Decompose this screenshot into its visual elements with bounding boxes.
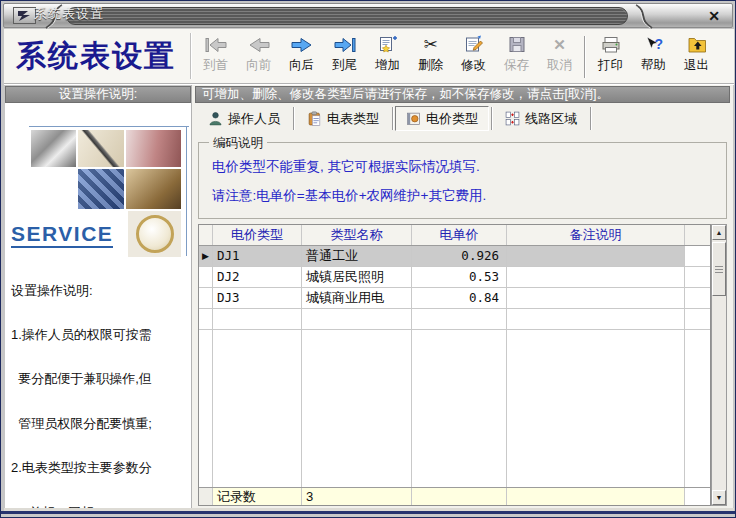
row-indicator-empty (199, 267, 213, 288)
edit-pencil-icon (464, 33, 484, 56)
cell-type-name[interactable]: 普通工业 (302, 246, 412, 267)
tab-price-types[interactable]: 电价类型 (395, 106, 489, 131)
instruction-line: 2.电表类型按主要参数分 (11, 461, 165, 476)
cell-note[interactable] (507, 267, 685, 288)
cell-note[interactable] (507, 246, 685, 267)
instruction-line: 设置操作说明: (11, 284, 165, 299)
table-row-empty[interactable] (199, 309, 710, 330)
header-row: 系统表设置 到首 向前 向后 到尾 (4, 29, 734, 83)
nav-first-button[interactable]: 到首 (194, 33, 237, 81)
cell-unit-price[interactable]: 0.926 (412, 246, 507, 267)
print-icon (600, 33, 622, 56)
table-row[interactable]: ▶ DJ1 普通工业 0.926 (199, 246, 710, 267)
decor-line-vertical (186, 126, 187, 256)
delete-button[interactable]: ✂ 删除 (409, 33, 452, 81)
cell-unit-price[interactable]: 0.53 (412, 267, 507, 288)
save-button[interactable]: 保存 (495, 33, 538, 81)
toolbar-button-label: 打印 (598, 57, 623, 74)
toolbar-button-label: 保存 (504, 57, 529, 74)
column-header[interactable]: 备注说明 (507, 225, 685, 245)
table-row[interactable]: DJ2 城镇居民照明 0.53 (199, 267, 710, 288)
cancel-button[interactable]: ✕ 取消 (538, 33, 581, 81)
print-button[interactable]: 打印 (589, 33, 632, 81)
table-empty-area (199, 330, 710, 487)
add-button[interactable]: 增加 (366, 33, 409, 81)
application-window: 系统表设置 ✕ 系统表设置 到首 向前 向后 (0, 0, 736, 518)
save-floppy-icon (507, 33, 527, 56)
delete-scissors-icon: ✂ (423, 33, 437, 56)
instruction-line: 要分配便于兼职操作,但 (11, 372, 165, 387)
frame-bottom-silver (1, 514, 736, 518)
nav-next-button[interactable]: 向后 (280, 33, 323, 81)
tab-meter-types[interactable]: 电表类型 (296, 106, 390, 131)
nav-last-button[interactable]: 到尾 (323, 33, 366, 81)
encoding-groupbox: 编码说明 电价类型不能重复, 其它可根据实际情况填写. 请注意:电单价=基本电价… (198, 142, 727, 219)
groupbox-legend: 编码说明 (209, 135, 267, 152)
tab-separator (392, 107, 393, 130)
column-header[interactable]: 类型名称 (302, 225, 412, 245)
cell-price-code[interactable]: DJ2 (213, 267, 302, 288)
tab-label: 线路区域 (525, 110, 577, 128)
edit-button[interactable]: 修改 (452, 33, 495, 81)
toolbar-button-label: 修改 (461, 57, 486, 74)
column-header[interactable]: 电价类型 (213, 225, 302, 245)
cell-type-name[interactable]: 城镇商业用电 (302, 288, 412, 309)
toolbar-button-label: 帮助 (641, 57, 666, 74)
tab-label: 电价类型 (426, 110, 478, 128)
scroll-down-icon[interactable]: ▼ (712, 490, 726, 505)
photo-metal-tools (31, 130, 76, 167)
exit-folder-icon (687, 33, 707, 56)
add-record-icon (378, 33, 398, 56)
sidebar-body: SERVICE 设置操作说明: 1.操作人员的权限可按需 要分配便于兼职操作,但… (5, 103, 191, 508)
cell-unit-price[interactable]: 0.84 (412, 288, 507, 309)
toolbar-button-label: 向后 (289, 57, 314, 74)
thumb-grip (715, 266, 723, 273)
column-header[interactable]: 电单价 (412, 225, 507, 245)
row-indicator-empty (199, 288, 213, 309)
table-header-row: 电价类型 类型名称 电单价 备注说明 (199, 225, 710, 246)
titlebar-curve-right (634, 4, 654, 29)
toolbar-separator (584, 36, 586, 78)
instruction-line: 管理员权限分配要慎重; (11, 417, 165, 432)
scroll-up-icon[interactable]: ▲ (712, 225, 726, 240)
nav-prev-button[interactable]: 向前 (237, 33, 280, 81)
cell-note[interactable] (507, 288, 685, 309)
scrollbar-thumb[interactable] (712, 242, 726, 296)
column-header-spare (685, 225, 710, 245)
record-count-value: 3 (302, 488, 412, 505)
exit-button[interactable]: 退出 (675, 33, 718, 81)
table-summary-row: 记录数 3 (199, 487, 710, 505)
instructions-text: 设置操作说明: 1.操作人员的权限可按需 要分配便于兼职操作,但 管理员权限分配… (11, 254, 165, 508)
window-title: 系统表设置 (34, 5, 104, 23)
sidebar-header: 设置操作说明: (5, 86, 191, 103)
tab-separator (293, 107, 294, 130)
cancel-x-icon: ✕ (553, 33, 566, 56)
toolbar-button-label: 取消 (547, 57, 572, 74)
cell-price-code[interactable]: DJ3 (213, 288, 302, 309)
toolbar-button-label: 到尾 (332, 57, 357, 74)
nav-last-icon (334, 33, 356, 56)
summary-indicator-cell (199, 488, 213, 505)
tab-separator (590, 107, 591, 130)
summary-empty-cell (412, 488, 507, 505)
title-bar[interactable]: 系统表设置 ✕ (3, 3, 733, 28)
meter-clipboard-icon (307, 111, 322, 126)
cell-price-code[interactable]: DJ1 (213, 246, 302, 267)
decor-line-horizontal (29, 126, 189, 127)
table-row[interactable]: DJ3 城镇商业用电 0.84 (199, 288, 710, 309)
tab-bar: 操作人员 电表类型 电价类型 (197, 105, 593, 132)
nav-prev-icon (248, 33, 270, 56)
nav-first-icon (205, 33, 227, 56)
svg-text:?: ? (654, 36, 663, 52)
toolbar: 到首 向前 向后 到尾 (194, 31, 718, 81)
close-icon[interactable]: ✕ (705, 7, 723, 25)
cell-spare (685, 246, 710, 267)
groupbox-note: 电价类型不能重复, 其它可根据实际情况填写. (212, 158, 726, 176)
tab-line-areas[interactable]: 线路区域 (494, 106, 588, 131)
vertical-scrollbar[interactable]: ▲ ▼ (711, 224, 727, 506)
tab-operators[interactable]: 操作人员 (197, 106, 291, 131)
cell-type-name[interactable]: 城镇居民照明 (302, 267, 412, 288)
groupbox-note: 请注意:电单价=基本电价+农网维护+其它费用. (212, 187, 726, 205)
watch-face (136, 215, 174, 253)
help-button[interactable]: ? 帮助 (632, 33, 675, 81)
